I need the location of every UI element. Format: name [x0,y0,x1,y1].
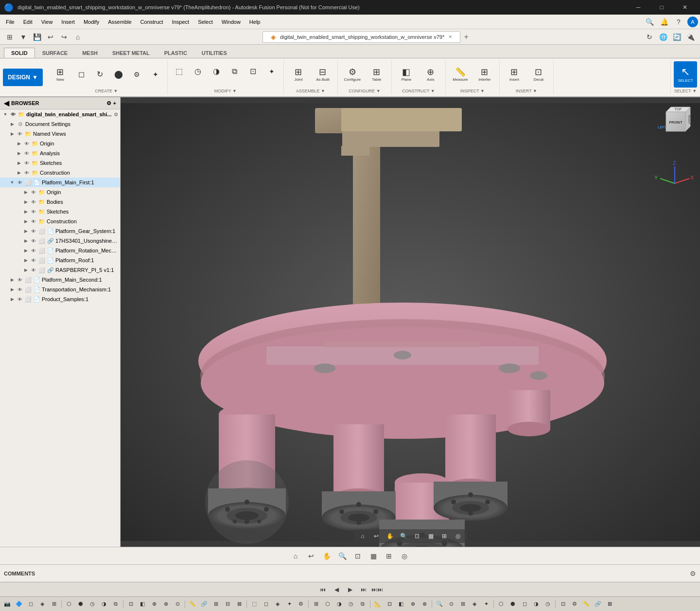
bt-render-btn[interactable]: ◎ [398,550,411,562]
nav-prev-button[interactable]: ◀ [331,584,342,595]
configure-table-button[interactable]: ⊞ Table [365,61,388,88]
nav-play-button[interactable]: ▶ [344,584,356,595]
assemble-asbuilt-button[interactable]: ⊟ As-Built [311,61,334,88]
ni-btn-12[interactable]: ◧ [137,599,148,610]
tree-named-views[interactable]: ▶ 👁 📁 Named Views [0,129,120,139]
tree-construction-3[interactable]: ▶ 👁 📁 Construction [0,216,120,226]
minimize-button[interactable]: ─ [627,0,649,15]
select-button[interactable]: ↖ SELECT [674,61,697,88]
construct-axis-button[interactable]: ⊕ Axis [419,61,442,88]
ni-btn-50[interactable]: ⊠ [604,599,615,610]
sk1-eye-icon[interactable]: 👁 [23,161,30,166]
nav-first-button[interactable]: ⏮ [317,584,329,595]
ni-btn-13[interactable]: ⊕ [149,599,159,610]
c1-eye-icon[interactable]: 👁 [23,170,30,176]
ni-btn-11[interactable]: ⊡ [125,599,136,610]
ni-btn-19[interactable]: ⊟ [222,599,233,610]
modify-draft-button[interactable]: ⊡ [245,61,262,82]
bt-zoom-btn[interactable]: 🔍 [336,550,349,562]
ni-btn-6[interactable]: ⬡ [64,599,74,610]
tree-sketches-3[interactable]: ▶ 👁 📁 Sketches [0,207,120,216]
ni-btn-47[interactable]: ⚙ [569,599,580,610]
vp-render-button[interactable]: ◎ [452,531,464,541]
document-tab[interactable]: ◈ digital_twin_enabled_smart_shipping_wo… [262,31,460,43]
tree-raspberry-pi[interactable]: ▶ 👁 ⬜ 🔗 RASPBERRY_PI_5 v1:1 [0,265,120,275]
vp-zoom-fit-button[interactable]: ⊡ [411,531,423,541]
browser-collapse-icon[interactable]: ◀ [4,99,9,107]
modify-press-pull-button[interactable]: ⬚ [171,61,188,82]
modify-more-button[interactable]: ✦ [263,61,280,82]
nav-next-button[interactable]: ⏭ [358,584,369,595]
online-button[interactable]: 🌐 [657,31,669,43]
ni-btn-7[interactable]: ⬢ [75,599,86,610]
menu-modify[interactable]: Modify [80,17,103,27]
tab-sheet-metal[interactable]: SHEET METAL [105,48,157,58]
menu-insert[interactable]: Insert [57,17,79,27]
tm-eye-icon[interactable]: 👁 [17,287,23,292]
bt-home-btn[interactable]: ⌂ [289,550,302,562]
tree-root-item[interactable]: ▼ 👁 📁 digital_twin_enabled_smart_shi... … [0,109,120,119]
notification-button[interactable]: 🔔 [658,16,670,28]
pms-eye-icon[interactable]: 👁 [17,277,23,283]
design-dropdown-button[interactable]: DESIGN ▼ [3,69,43,86]
ni-btn-21[interactable]: ⬚ [249,599,260,610]
tree-document-settings[interactable]: ▶ ⚙ Document Settings [0,119,120,129]
an-eye-icon[interactable]: 👁 [23,151,30,156]
create-more-button[interactable]: ✦ [147,64,164,85]
ni-btn-35[interactable]: ⊗ [419,599,430,610]
ni-btn-25[interactable]: ⚙ [296,599,306,610]
sync-button[interactable]: 🔄 [671,31,682,43]
ni-btn-1[interactable]: 📷 [2,599,13,610]
ps-eye-icon[interactable]: 👁 [17,297,23,302]
bt-display-btn[interactable]: ▦ [367,550,380,562]
inspect-measure-button[interactable]: 📏 Measure [449,61,472,88]
create-extrude-button[interactable]: ◻ [73,64,90,85]
tree-platform-main-first[interactable]: ▼ 👁 ⬜ 📄 Platform_Main_First:1 [0,178,120,187]
create-new-component-button[interactable]: ⊞ New [49,61,72,88]
ni-btn-43[interactable]: ◻ [519,599,530,610]
doc-close-icon[interactable]: ✕ [448,34,452,39]
titlebar-controls[interactable]: ─ □ ✕ [627,0,696,15]
ni-btn-10[interactable]: ⧉ [110,599,121,610]
extension-button[interactable]: 🔌 [684,31,696,43]
vp-orbit-button[interactable]: ↩ [370,531,382,541]
create-revolve-button[interactable]: ↻ [91,64,109,85]
c3-eye-icon[interactable]: 👁 [30,219,37,224]
rpi-eye-icon[interactable]: 👁 [30,268,37,273]
nv-eye-icon[interactable]: 👁 [17,131,23,137]
inspect-interfer-button[interactable]: ⊞ Interfer [473,61,496,88]
save-button[interactable]: 💾 [31,31,43,43]
configure-button[interactable]: ⚙ Configure [341,61,364,88]
ni-btn-22[interactable]: ◻ [261,599,271,610]
ni-btn-38[interactable]: ⊞ [457,599,468,610]
ni-btn-46[interactable]: ⊡ [558,599,568,610]
menu-help[interactable]: Help [245,17,264,27]
bo-eye-icon[interactable]: 👁 [30,199,37,205]
menu-view[interactable]: View [37,17,57,27]
ni-btn-17[interactable]: 🔗 [199,599,210,610]
ni-btn-23[interactable]: ◈ [272,599,283,610]
viewport[interactable]: X Y Z FRONT [121,97,700,547]
modify-shell-button[interactable]: ⧉ [226,61,244,82]
tree-platform-rotation[interactable]: ▶ 👁 ⬜ 📄 Platform_Rotation_Mechanism:1 [0,246,120,255]
browser-expand-icon[interactable]: + [113,100,116,107]
root-eye-icon[interactable]: 👁 [10,112,17,117]
vp-zoom-button[interactable]: 🔍 [398,531,409,541]
nav-last-button[interactable]: ⏭⏭ [371,584,383,595]
tab-utilities[interactable]: UTILITIES [194,48,234,58]
pmf-eye-icon[interactable]: 👁 [17,180,23,185]
bt-pan-btn[interactable]: ✋ [320,550,333,562]
o3-eye-icon[interactable]: 👁 [30,190,37,195]
ni-btn-28[interactable]: ◑ [334,599,345,610]
pgs-eye-icon[interactable]: 👁 [30,229,37,234]
ni-btn-33[interactable]: ◧ [396,599,406,610]
redo-button[interactable]: ↪ [58,31,70,43]
assemble-joint-button[interactable]: ⊞ Joint [287,61,310,88]
menu-inspect[interactable]: Inspect [168,17,193,27]
grid-button[interactable]: ⊞ [4,31,16,43]
comments-settings-icon[interactable]: ⚙ [690,570,696,577]
ni-btn-34[interactable]: ⊕ [407,599,418,610]
menu-assemble[interactable]: Assemble [104,17,135,27]
ni-btn-8[interactable]: ◷ [87,599,98,610]
root-settings-icon[interactable]: ⚙ [114,112,118,117]
